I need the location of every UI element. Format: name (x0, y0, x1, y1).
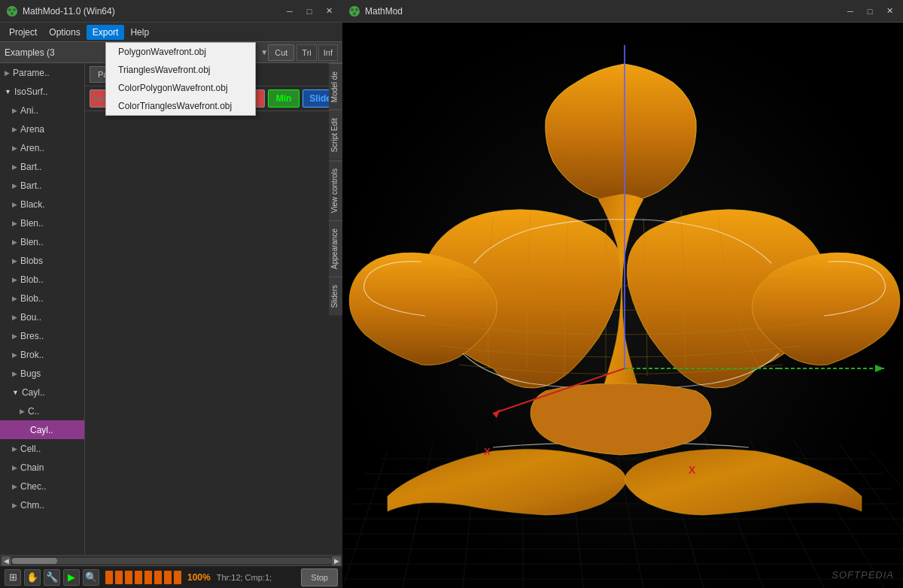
list-item[interactable]: ▶Cell.. (0, 439, 84, 458)
svg-point-5 (351, 8, 354, 11)
scroll-thumb[interactable] (12, 558, 57, 564)
viewport-canvas[interactable]: Y X X SOFTPEDIA (342, 23, 903, 588)
progress-block (125, 571, 132, 584)
app-container: MathMod-11.0 (Win64) ─ □ ✕ Project Optio… (0, 0, 903, 588)
viewport-close[interactable]: ✕ (882, 4, 897, 19)
list-item[interactable]: ▶Bou.. (0, 308, 84, 326)
expand-arrow: ▼ (12, 389, 19, 396)
list-item-label: Ani.. (20, 105, 38, 116)
app-icon (6, 5, 18, 17)
status-icon-2[interactable]: ✋ (24, 569, 41, 586)
expand-arrow: ▶ (12, 107, 17, 114)
list-item-label: Cayl.. (30, 425, 53, 435)
menu-export[interactable]: Export (87, 25, 125, 40)
list-item[interactable]: ▶Blob.. (0, 270, 84, 289)
menu-help[interactable]: Help (124, 25, 155, 40)
export-color-polygon-wavefront[interactable]: ColorPolygonWavefront.obj (106, 79, 255, 97)
sidebar-list: ▶Parame..▼IsoSurf..▶Ani..▶Arena▶Aren..▶B… (0, 63, 85, 555)
list-item-label: Bugs (20, 368, 41, 379)
list-item[interactable]: ▶C.. (0, 402, 84, 420)
svg-point-2 (13, 8, 16, 11)
scroll-track[interactable] (11, 558, 332, 564)
vtab-script[interactable]: Script Edit (329, 110, 342, 160)
expand-arrow: ▶ (12, 370, 17, 377)
list-item-label: Blob.. (20, 274, 44, 285)
expand-arrow: ▶ (5, 69, 10, 77)
list-item[interactable]: ▶Bart.. (0, 157, 84, 176)
list-item[interactable]: ▶Blobs (0, 251, 84, 270)
list-item[interactable]: ▶Chec.. (0, 477, 84, 496)
list-item[interactable]: ▶Blen.. (0, 214, 84, 232)
list-item[interactable]: Cayl.. (0, 420, 84, 439)
list-item-label: Chain (20, 462, 44, 473)
expand-arrow: ▶ (12, 314, 17, 321)
stop-button[interactable]: Stop (301, 568, 338, 586)
expand-arrow: ▼ (5, 88, 11, 95)
expand-arrow: ▶ (12, 182, 17, 189)
list-item[interactable]: ▶Black. (0, 195, 84, 214)
sidebar-items: ▶Parame..▼IsoSurf..▶Ani..▶Arena▶Aren..▶B… (0, 63, 84, 514)
vtab-view[interactable]: View controls (329, 160, 342, 220)
list-item[interactable]: ▶Aren.. (0, 138, 84, 157)
expand-arrow: ▶ (12, 351, 17, 359)
export-color-triangles-wavefront[interactable]: ColorTrianglesWavefront.obj (106, 97, 255, 115)
scroll-right-arrow[interactable]: ▶ (332, 556, 341, 565)
menu-options[interactable]: Options (43, 25, 86, 40)
min-button[interactable]: Min (268, 89, 300, 108)
expand-arrow: ▶ (12, 464, 17, 471)
list-item[interactable]: ▼IsoSurf.. (0, 82, 84, 101)
svg-point-7 (353, 12, 356, 15)
list-item[interactable]: ▶Bugs (0, 364, 84, 383)
list-item[interactable]: ▶Bres.. (0, 326, 84, 345)
viewport-minimize[interactable]: ─ (843, 4, 858, 19)
content-area (85, 111, 342, 555)
right-window: MathMod ─ □ ✕ (342, 0, 903, 588)
vtab-sliders[interactable]: Sliders (329, 277, 342, 316)
main-panel-row: ▶Parame..▼IsoSurf..▶Ani..▶Arena▶Aren..▶B… (0, 63, 342, 555)
list-item-label: Blob.. (20, 293, 44, 304)
list-item[interactable]: ▶Chain (0, 458, 84, 477)
status-icon-3[interactable]: 🔧 (44, 569, 60, 586)
progress-bar (105, 571, 181, 584)
list-item[interactable]: ▶Brok.. (0, 345, 84, 364)
maximize-button[interactable]: □ (302, 4, 317, 19)
status-icon-play[interactable]: ▶ (63, 569, 80, 586)
cut-button-top[interactable]: Cut (268, 44, 294, 61)
scroll-left-arrow[interactable]: ◀ (2, 556, 11, 565)
list-item[interactable]: ▼Cayl.. (0, 383, 84, 402)
viewport-maximize[interactable]: □ (862, 4, 877, 19)
status-icon-1[interactable]: ⊞ (5, 569, 21, 586)
left-window: MathMod-11.0 (Win64) ─ □ ✕ Project Optio… (0, 0, 342, 588)
viewport-title-bar: MathMod ─ □ ✕ (342, 0, 903, 23)
menu-bar: Project Options Export Help (0, 23, 342, 42)
export-triangles-wavefront[interactable]: TrianglesWavefront.obj (106, 61, 255, 79)
list-item-label: Chm.. (20, 500, 44, 511)
list-item[interactable]: ▶Bart.. (0, 176, 84, 195)
list-item[interactable]: ▶Parame.. (0, 63, 84, 82)
list-item-label: Blen.. (20, 218, 44, 229)
progress-block (144, 571, 152, 584)
examples-arrow: ▼ (260, 48, 268, 56)
list-item[interactable]: ▶Ani.. (0, 101, 84, 120)
list-item-label: C.. (28, 406, 39, 417)
vtab-appearance[interactable]: Appearance (329, 220, 342, 277)
minimize-button[interactable]: ─ (282, 4, 297, 19)
export-polygon-wavefront[interactable]: PolygonWavefront.obj (106, 43, 255, 61)
progress-block (105, 571, 113, 584)
menu-project[interactable]: Project (3, 25, 43, 40)
tri-inf-buttons: Tri Inf (296, 44, 338, 61)
close-button[interactable]: ✕ (321, 4, 336, 19)
list-item[interactable]: ▶Blen.. (0, 232, 84, 251)
horizontal-scrollbar[interactable]: ◀ ▶ (0, 555, 342, 565)
list-item[interactable]: ▶Chm.. (0, 496, 84, 514)
inf-button[interactable]: Inf (318, 44, 338, 61)
expand-arrow: ▶ (12, 257, 17, 265)
status-icon-5[interactable]: 🔍 (83, 569, 99, 586)
vtab-model[interactable]: Model de (329, 63, 342, 110)
list-item-label: Arena (20, 124, 44, 135)
list-item[interactable]: ▶Arena (0, 120, 84, 138)
list-item-label: Black. (20, 199, 45, 210)
progress-block (154, 571, 162, 584)
list-item[interactable]: ▶Blob.. (0, 289, 84, 308)
tri-button[interactable]: Tri (296, 44, 316, 61)
